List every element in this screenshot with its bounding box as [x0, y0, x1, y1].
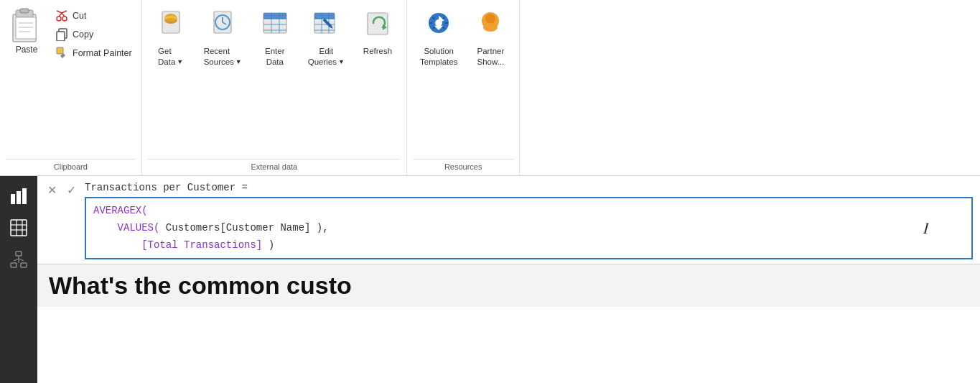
resources-group-content: Solution Templates Partner Show...: [413, 4, 513, 156]
formula-area: ✕ ✓ Transactions per Customer = AVERAGEX…: [37, 176, 980, 383]
bottom-heading: What's the common custo: [49, 272, 969, 300]
svg-rect-55: [16, 252, 22, 256]
sidebar: [0, 176, 37, 383]
paste-icon: [10, 7, 43, 45]
svg-rect-15: [57, 47, 63, 54]
refresh-icon: [363, 10, 392, 42]
solution-templates-icon: [424, 10, 453, 42]
copy-label: Copy: [73, 29, 93, 40]
formula-controls: ✕ ✓: [45, 180, 79, 198]
formula-code-box[interactable]: AVERAGEX( VALUES( Customers[Customer Nam…: [85, 197, 973, 259]
solution-templates-label2: Templates: [420, 57, 457, 66]
get-data-label: Get: [158, 46, 172, 57]
svg-line-9: [59, 13, 62, 17]
formula-content: Transactions per Customer = AVERAGEX( VA…: [85, 180, 973, 259]
recent-sources-button[interactable]: Recent Sources ▼: [197, 4, 249, 69]
formula-bar: ✕ ✓ Transactions per Customer = AVERAGEX…: [37, 176, 980, 264]
formula-confirm-button[interactable]: ✓: [64, 182, 79, 198]
formula-line-1: AVERAGEX(: [93, 203, 964, 220]
svg-point-7: [57, 17, 61, 21]
svg-point-45: [485, 14, 495, 24]
get-data-arrow: ▼: [177, 58, 183, 67]
clipboard-group: Paste Cut: [0, 0, 142, 175]
format-painter-button[interactable]: Format Painter: [52, 45, 136, 62]
enter-data-label2: Data: [266, 57, 284, 66]
refresh-label: Refresh: [363, 47, 392, 55]
formula-name-line: Transactions per Customer =: [85, 180, 973, 195]
svg-rect-30: [263, 13, 286, 19]
resources-label: Resources: [413, 159, 513, 175]
solution-templates-button[interactable]: Solution Templates: [413, 4, 465, 69]
scissors-icon: [55, 9, 68, 22]
enter-data-label: Enter: [265, 47, 285, 55]
recent-sources-icon: [208, 10, 237, 42]
cut-label: Cut: [73, 11, 86, 21]
refresh-button[interactable]: Refresh: [355, 4, 401, 58]
svg-point-43: [435, 19, 442, 27]
formula-line-2: VALUES( Customers[Customer Name] ),: [93, 220, 964, 237]
recent-sources-label: Recent: [204, 46, 230, 57]
svg-rect-57: [21, 263, 27, 267]
paste-button[interactable]: Paste: [6, 4, 47, 57]
resources-group: Solution Templates Partner Show...: [407, 0, 520, 175]
svg-point-19: [164, 18, 177, 24]
edit-queries-icon: [312, 10, 340, 42]
svg-point-46: [483, 23, 498, 32]
enter-data-icon: [261, 10, 289, 42]
edit-queries-label2: Queries: [308, 57, 337, 68]
svg-rect-49: [22, 188, 27, 204]
svg-rect-56: [11, 263, 17, 267]
format-painter-icon: [55, 47, 68, 60]
svg-rect-47: [11, 194, 15, 204]
edit-queries-label: Edit: [319, 47, 333, 55]
svg-rect-48: [17, 191, 21, 204]
svg-line-12: [62, 11, 67, 13]
sidebar-bar-chart-icon[interactable]: [4, 182, 33, 211]
edit-queries-button[interactable]: Edit Queries ▼: [301, 4, 352, 69]
enter-data-button[interactable]: Enter Data: [252, 4, 298, 69]
small-buttons-group: Cut Copy Format Painter: [52, 4, 136, 62]
formula-cancel-button[interactable]: ✕: [45, 182, 60, 198]
external-data-label: External data: [148, 159, 401, 175]
recent-sources-label2: Sources: [204, 57, 234, 68]
svg-rect-50: [11, 220, 27, 236]
recent-sources-arrow: ▼: [235, 58, 242, 67]
svg-line-60: [19, 259, 24, 261]
content-area: ✕ ✓ Transactions per Customer = AVERAGEX…: [0, 176, 980, 383]
get-data-icon: [157, 10, 185, 42]
ribbon: Paste Cut: [0, 0, 980, 176]
bottom-text-area: What's the common custo: [37, 264, 980, 307]
get-data-label2: Data: [158, 57, 175, 68]
partner-showcase-label2: Show...: [477, 57, 505, 66]
svg-line-11: [57, 11, 62, 13]
solution-templates-label: Solution: [424, 47, 454, 55]
copy-button[interactable]: Copy: [52, 26, 136, 43]
cursor-beam: 𝐼: [923, 216, 928, 243]
cut-button[interactable]: Cut: [52, 7, 136, 24]
svg-rect-14: [57, 32, 65, 41]
formula-line-3: [Total Transactions] ): [93, 237, 964, 254]
get-data-button[interactable]: Get Data ▼: [148, 4, 194, 69]
svg-rect-2: [20, 9, 29, 13]
partner-showcase-label: Partner: [477, 47, 505, 55]
paste-label: Paste: [16, 45, 38, 55]
external-data-group: Get Data ▼: [142, 0, 407, 175]
svg-line-59: [14, 259, 19, 261]
external-data-content: Get Data ▼: [148, 4, 401, 156]
clipboard-group-content: Paste Cut: [6, 4, 136, 156]
svg-rect-37: [314, 13, 335, 19]
sidebar-hierarchy-icon[interactable]: [4, 245, 33, 274]
clipboard-label: Clipboard: [6, 159, 136, 175]
format-painter-label: Format Painter: [73, 48, 132, 58]
partner-showcase-icon: [476, 10, 505, 42]
svg-line-10: [62, 13, 65, 17]
sidebar-table-icon[interactable]: [4, 213, 33, 242]
copy-icon: [55, 28, 68, 41]
partner-showcase-button[interactable]: Partner Show...: [467, 4, 513, 69]
edit-queries-arrow: ▼: [338, 58, 345, 67]
svg-point-8: [62, 17, 67, 21]
